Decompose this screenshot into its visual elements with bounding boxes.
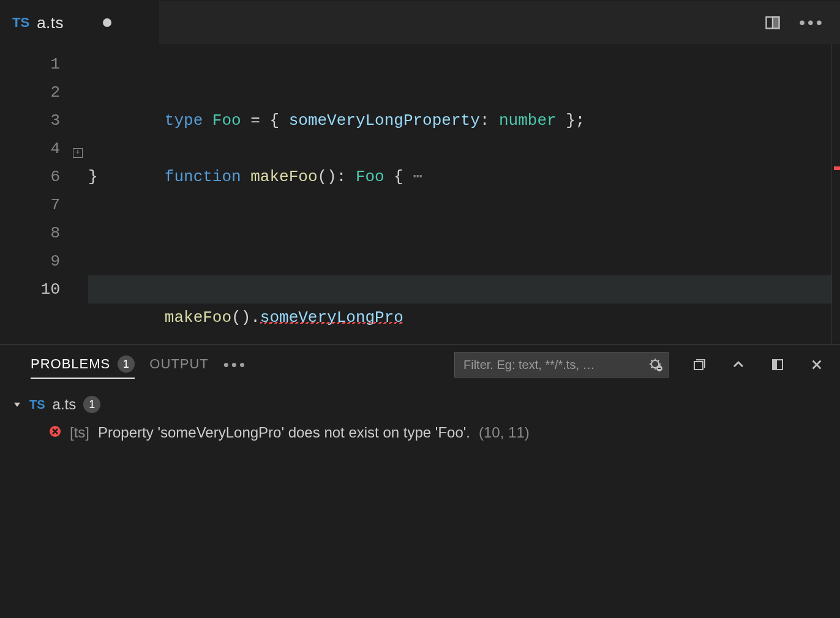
file-problem-count-badge: 1: [83, 396, 100, 413]
error-squiggle: someVeryLongPro: [260, 308, 403, 327]
tab-filename: a.ts: [37, 13, 64, 32]
unsaved-indicator-icon: [103, 18, 111, 27]
error-marker-icon[interactable]: [834, 166, 840, 170]
problems-file-name: a.ts: [53, 396, 77, 413]
problems-filter-input[interactable]: [454, 352, 669, 378]
collapse-all-icon[interactable]: [688, 354, 710, 376]
chevron-up-icon[interactable]: [727, 354, 749, 376]
maximize-panel-icon[interactable]: [767, 354, 789, 376]
close-panel-icon[interactable]: [806, 354, 828, 376]
problems-file-row[interactable]: TS a.ts 1: [12, 391, 828, 418]
problem-source: [ts]: [70, 424, 89, 441]
problem-location: (10, 11): [479, 424, 530, 441]
panel-more-tabs-icon[interactable]: •••: [223, 356, 247, 374]
fold-expand-icon[interactable]: +: [73, 148, 83, 158]
tab-output[interactable]: OUTPUT: [149, 351, 208, 378]
editor-tab[interactable]: TS a.ts: [0, 1, 159, 44]
filter-settings-icon[interactable]: [648, 357, 663, 372]
code-editor[interactable]: 1 2 3 4 6 7 8 9 10 + type Foo = { someVe…: [0, 44, 840, 344]
fold-gutter: +: [67, 50, 88, 344]
typescript-icon: TS: [29, 398, 45, 412]
error-icon: [49, 424, 61, 441]
split-editor-icon[interactable]: [762, 12, 784, 34]
chevron-down-icon[interactable]: [12, 396, 22, 413]
svg-rect-2: [773, 17, 779, 29]
problem-message: Property 'someVeryLongPro' does not exis…: [98, 424, 470, 441]
problem-item[interactable]: [ts] Property 'someVeryLongPro' does not…: [12, 418, 828, 447]
overview-ruler[interactable]: [831, 44, 840, 344]
svg-rect-6: [694, 362, 703, 370]
typescript-icon: TS: [12, 15, 29, 31]
line-number-gutter: 1 2 3 4 6 7 8 9 10: [0, 50, 67, 344]
svg-marker-11: [14, 403, 20, 407]
more-actions-icon[interactable]: •••: [801, 12, 823, 34]
svg-rect-8: [773, 360, 776, 370]
